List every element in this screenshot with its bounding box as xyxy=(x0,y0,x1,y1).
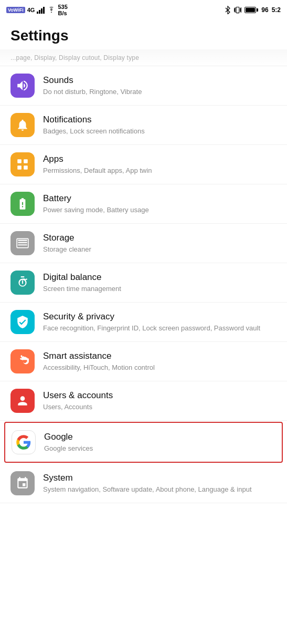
notifications-icon-wrapper xyxy=(10,113,35,137)
apps-icon-wrapper xyxy=(10,152,35,176)
scroll-indicator-text: ...page, Display, Display cutout, Displa… xyxy=(10,54,139,61)
smart-assistance-title: Smart assistance xyxy=(43,350,277,362)
notifications-title: Notifications xyxy=(43,114,277,126)
digital-balance-title: Digital balance xyxy=(43,272,277,283)
sounds-text: Sounds Do not disturb, Ringtone, Vibrate xyxy=(43,75,277,97)
settings-item-digital-balance[interactable]: Digital balance Screen time management xyxy=(0,263,287,303)
status-bar-left: VoWiFi 4G 535B/s xyxy=(6,4,68,16)
time: 5:2 xyxy=(272,6,281,14)
wifi-icon xyxy=(47,6,56,14)
network-type: 4G xyxy=(27,7,35,13)
battery-cap xyxy=(257,8,258,12)
settings-item-storage[interactable]: Storage Storage cleaner xyxy=(0,224,287,263)
storage-icon-wrapper xyxy=(10,231,35,255)
speed-value: 535B/s xyxy=(58,4,67,16)
digital-balance-subtitle: Screen time management xyxy=(43,284,277,294)
storage-subtitle: Storage cleaner xyxy=(43,245,277,254)
notification-icon xyxy=(16,118,29,132)
signal-icon xyxy=(37,6,45,14)
vowifi-label: VoWiFi xyxy=(6,7,25,13)
hand-icon xyxy=(16,355,29,368)
sounds-subtitle: Do not disturb, Ringtone, Vibrate xyxy=(43,87,277,97)
security-text: Security & privacy Face recognition, Fin… xyxy=(43,311,277,333)
notifications-text: Notifications Badges, Lock screen notifi… xyxy=(43,114,277,136)
battery-body xyxy=(245,7,256,13)
system-text: System System navigation, Software updat… xyxy=(43,472,277,494)
settings-item-smart-assistance[interactable]: Smart assistance Accessibility, HiTouch,… xyxy=(0,342,287,381)
vibrate-icon xyxy=(234,6,241,14)
security-title: Security & privacy xyxy=(43,311,277,323)
storage-icon xyxy=(16,236,29,250)
security-subtitle: Face recognition, Fingerprint ID, Lock s… xyxy=(43,324,277,333)
svg-rect-6 xyxy=(236,7,239,13)
storage-text: Storage Storage cleaner xyxy=(43,232,277,254)
battery-fill xyxy=(246,8,255,12)
smart-assistance-subtitle: Accessibility, HiTouch, Motion control xyxy=(43,363,277,372)
sounds-title: Sounds xyxy=(43,75,277,86)
smart-assistance-icon-wrapper xyxy=(10,349,35,373)
notifications-subtitle: Badges, Lock screen notifications xyxy=(43,127,277,136)
settings-item-system[interactable]: System System navigation, Software updat… xyxy=(0,464,287,503)
settings-item-google[interactable]: Google Google services xyxy=(4,422,283,463)
settings-item-battery[interactable]: Battery Power saving mode, Battery usage xyxy=(0,184,287,224)
system-subtitle: System navigation, Software update, Abou… xyxy=(43,485,277,494)
timer-icon xyxy=(16,276,29,289)
settings-item-sounds[interactable]: Sounds Do not disturb, Ringtone, Vibrate xyxy=(0,66,287,106)
settings-item-security[interactable]: Security & privacy Face recognition, Fin… xyxy=(0,303,287,342)
users-title: Users & accounts xyxy=(43,390,277,401)
svg-rect-0 xyxy=(37,12,38,14)
users-icon-wrapper xyxy=(10,389,35,413)
apps-subtitle: Permissions, Default apps, App twin xyxy=(43,166,277,175)
battery-subtitle: Power saving mode, Battery usage xyxy=(43,205,277,215)
svg-line-5 xyxy=(226,10,228,12)
apps-text: Apps Permissions, Default apps, App twin xyxy=(43,153,277,175)
battery-text: Battery Power saving mode, Battery usage xyxy=(43,193,277,215)
storage-title: Storage xyxy=(43,232,277,244)
google-subtitle: Google services xyxy=(44,444,275,453)
google-text: Google Google services xyxy=(44,431,275,453)
digital-balance-icon-wrapper xyxy=(10,271,35,295)
battery-title: Battery xyxy=(43,193,277,204)
google-title: Google xyxy=(44,431,275,443)
settings-item-apps[interactable]: Apps Permissions, Default apps, App twin xyxy=(0,145,287,184)
apps-icon xyxy=(16,158,29,171)
settings-item-notifications[interactable]: Notifications Badges, Lock screen notifi… xyxy=(0,106,287,145)
sounds-icon-wrapper xyxy=(10,74,35,98)
google-icon xyxy=(16,434,31,450)
system-title: System xyxy=(43,472,277,484)
svg-rect-2 xyxy=(41,8,42,14)
users-text: Users & accounts Users, Accounts xyxy=(43,390,277,412)
battery-settings-icon xyxy=(16,197,29,211)
google-icon-wrapper xyxy=(12,430,36,454)
status-bar: VoWiFi 4G 535B/s xyxy=(0,0,287,19)
svg-rect-1 xyxy=(39,10,40,14)
battery-indicator xyxy=(245,7,258,13)
battery-icon-wrapper xyxy=(10,192,35,216)
bluetooth-icon xyxy=(225,6,231,14)
svg-rect-11 xyxy=(17,159,22,163)
sound-icon xyxy=(16,79,29,92)
battery-percentage: 96 xyxy=(261,6,268,14)
shield-icon xyxy=(16,315,29,329)
digital-balance-text: Digital balance Screen time management xyxy=(43,272,277,294)
system-icon-wrapper xyxy=(10,471,35,495)
users-subtitle: Users, Accounts xyxy=(43,402,277,412)
settings-list: Sounds Do not disturb, Ringtone, Vibrate… xyxy=(0,66,287,503)
smart-assistance-text: Smart assistance Accessibility, HiTouch,… xyxy=(43,350,277,372)
security-icon-wrapper xyxy=(10,310,35,334)
settings-item-users[interactable]: Users & accounts Users, Accounts xyxy=(0,381,287,421)
person-icon xyxy=(16,394,29,408)
page-title: Settings xyxy=(0,19,287,49)
svg-rect-14 xyxy=(24,165,28,170)
svg-line-4 xyxy=(226,8,228,10)
system-icon xyxy=(16,476,29,490)
apps-title: Apps xyxy=(43,153,277,165)
svg-rect-3 xyxy=(43,7,45,14)
svg-rect-12 xyxy=(24,159,28,163)
scroll-indicator: ...page, Display, Display cutout, Displa… xyxy=(0,49,287,66)
svg-rect-13 xyxy=(17,165,22,170)
status-bar-right: 96 5:2 xyxy=(225,6,281,14)
